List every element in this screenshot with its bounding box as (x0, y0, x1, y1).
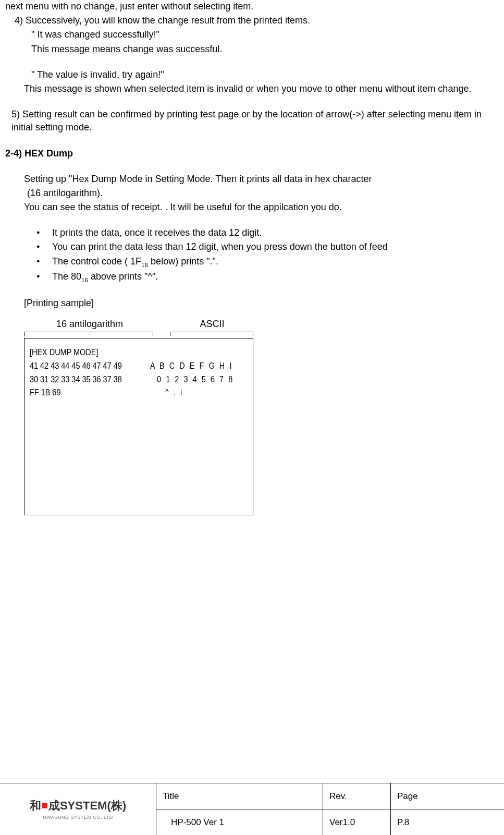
logo-text: 成SYSTEM(株) (48, 798, 126, 814)
hex-dump-title: [HEX DUMP MODE] (30, 346, 98, 359)
hex-cell: FF 1B 69 (30, 386, 145, 400)
hex-intro-1b: (16 antilogarithm). (5, 187, 499, 200)
ascii-cell: A B C D E F G H I (150, 359, 233, 373)
printing-sample-label: [Printing sample] (5, 297, 499, 310)
list-text: above prints "^". (88, 271, 158, 282)
hex-row: FF 1B 69 ^ . i (30, 386, 248, 400)
step4-msg1: " It was changed successfully!" (5, 28, 499, 41)
ascii-cell: 0 1 2 3 4 5 6 7 8 (157, 373, 234, 386)
step4: 4) Successively, you will know the chang… (5, 14, 499, 27)
step4-msg2: " The value is invalid, try again!" (5, 68, 499, 81)
col-header-ascii: ASCII (171, 318, 253, 332)
bullet-list: It prints the data, once it receives the… (5, 226, 499, 284)
subscript: 16 (81, 276, 88, 283)
footer-header-rev: Rev. (323, 783, 391, 809)
list-item: You can print the data less than 12 digi… (52, 240, 499, 253)
hex-dump-box: [HEX DUMP MODE] 41 42 43 44 45 46 47 47 … (24, 338, 253, 515)
body-line: next menu with no change, just enter wit… (5, 0, 499, 13)
step5: 5) Setting result can be confirmed by pr… (5, 108, 499, 134)
hex-intro-2: You can see the status of receipt. . It … (5, 201, 499, 214)
footer-value-page: P.8 (391, 809, 504, 835)
footer-header-page: Page (391, 783, 504, 809)
footer-header-title: Title (156, 783, 323, 809)
col-header-hex: 16 antilogarithm (24, 318, 155, 332)
list-item: The 8016 above prints "^". (52, 270, 499, 284)
logo-subtitle: HWASUNG SYSTEM CO.,LTD (43, 814, 113, 821)
list-text: below) prints ".". (148, 256, 218, 267)
section-heading: 2-4) HEX Dump (5, 147, 499, 160)
bracket-icon (170, 332, 253, 332)
logo-prefix: 和 (30, 798, 48, 814)
footer-value-title: HP-500 Ver 1 (156, 809, 323, 835)
subscript: 16 (141, 261, 148, 268)
bracket-icon (24, 332, 153, 332)
footer: 和成SYSTEM(株) HWASUNG SYSTEM CO.,LTD Title… (0, 783, 504, 835)
list-text: The control code ( 1F (52, 256, 141, 267)
hex-cell: 41 42 43 44 45 46 47 47 49 (30, 359, 132, 373)
ascii-cell: ^ . i (165, 386, 183, 400)
list-item: It prints the data, once it receives the… (52, 226, 499, 239)
step4-desc2: This message is shown when selected item… (5, 82, 499, 95)
hex-intro-1: Setting up "Hex Dump Mode in Setting Mod… (5, 173, 499, 186)
logo: 和成SYSTEM(株) HWASUNG SYSTEM CO.,LTD (0, 783, 156, 835)
list-text: The 80 (52, 271, 81, 282)
step4-desc1: This message means change was successful… (5, 43, 499, 56)
hex-cell: 30 31 32 33 34 35 36 37 38 (30, 373, 138, 386)
hex-row: 41 42 43 44 45 46 47 47 49 A B C D E F G… (30, 359, 248, 373)
hex-row: 30 31 32 33 34 35 36 37 38 0 1 2 3 4 5 6… (30, 373, 248, 386)
list-item: The control code ( 1F16 below) prints ".… (52, 255, 499, 269)
footer-value-rev: Ver1.0 (323, 809, 391, 835)
logo-red-square-icon (42, 803, 47, 808)
